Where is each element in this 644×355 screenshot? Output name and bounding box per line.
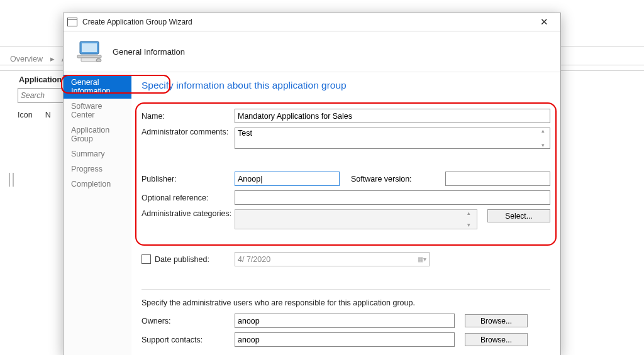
date-published-value: 4/ 7/2020 bbox=[238, 255, 270, 264]
name-label: Name: bbox=[142, 112, 235, 121]
breadcrumb-item[interactable]: Overview bbox=[8, 55, 45, 63]
column-header[interactable]: Icon bbox=[18, 111, 45, 119]
chevron-down-icon[interactable]: ▾ bbox=[467, 222, 475, 228]
chevron-up-icon[interactable]: ▴ bbox=[541, 128, 549, 134]
support-field[interactable] bbox=[235, 332, 455, 347]
chevron-up-icon[interactable]: ▴ bbox=[467, 210, 475, 216]
close-button[interactable]: ✕ bbox=[531, 14, 557, 30]
categories-field: ▴▾ bbox=[235, 209, 477, 229]
categories-label: Administrative categories: bbox=[142, 209, 235, 218]
panel-title: Application bbox=[19, 75, 62, 84]
header-title: General Information bbox=[113, 47, 185, 57]
divider bbox=[142, 289, 550, 290]
calendar-dropdown-icon[interactable]: ▦▾ bbox=[418, 256, 426, 263]
window-title: Create Application Group Wizard bbox=[82, 18, 531, 26]
publisher-field[interactable] bbox=[235, 172, 340, 186]
owners-browse-button[interactable]: Browse... bbox=[465, 314, 528, 327]
chevron-right-icon: ▸ bbox=[48, 55, 57, 63]
svg-rect-1 bbox=[82, 43, 97, 52]
column-headers: Icon N bbox=[18, 111, 64, 119]
window-icon bbox=[67, 18, 77, 26]
step-progress[interactable]: Progress bbox=[64, 161, 131, 177]
support-browse-button[interactable]: Browse... bbox=[465, 333, 528, 346]
chevron-down-icon[interactable]: ▾ bbox=[541, 143, 549, 148]
page-title: Specify information about this applicati… bbox=[142, 80, 550, 91]
column-header[interactable]: N bbox=[45, 111, 64, 119]
wizard-main: Specify information about this applicati… bbox=[131, 72, 560, 355]
wizard-header: General Information bbox=[64, 31, 560, 72]
date-published-label-group: Date published: bbox=[142, 254, 235, 264]
support-label: Support contacts: bbox=[142, 336, 235, 344]
svg-rect-2 bbox=[77, 55, 101, 58]
step-software-center[interactable]: Software Center bbox=[64, 99, 131, 123]
comments-label: Administrator comments: bbox=[142, 128, 235, 136]
step-application-group[interactable]: Application Group bbox=[64, 123, 131, 146]
search-input[interactable] bbox=[18, 88, 68, 103]
step-summary[interactable]: Summary bbox=[64, 146, 131, 161]
date-published-field[interactable]: 4/ 7/2020 ▦▾ bbox=[235, 252, 430, 266]
optional-reference-field[interactable] bbox=[235, 190, 550, 205]
publisher-label: Publisher: bbox=[142, 175, 235, 183]
optional-reference-label: Optional reference: bbox=[142, 194, 235, 202]
wizard-dialog: Create Application Group Wizard ✕ Genera… bbox=[63, 13, 561, 355]
date-published-label: Date published: bbox=[155, 255, 209, 264]
resize-handle[interactable] bbox=[9, 173, 14, 187]
name-field[interactable] bbox=[235, 109, 550, 123]
software-version-field[interactable] bbox=[445, 172, 550, 186]
owners-label: Owners: bbox=[142, 317, 235, 325]
computer-icon bbox=[74, 39, 105, 64]
select-button[interactable]: Select... bbox=[487, 209, 550, 222]
svg-point-4 bbox=[96, 59, 101, 62]
software-version-label: Software version: bbox=[340, 175, 445, 183]
scrollbar[interactable]: ▴▾ bbox=[467, 210, 475, 228]
wizard-steps: General Information Software Center Appl… bbox=[64, 72, 131, 355]
titlebar[interactable]: Create Application Group Wizard ✕ bbox=[64, 13, 560, 31]
scrollbar[interactable]: ▴▾ bbox=[541, 128, 549, 148]
svg-rect-3 bbox=[81, 58, 97, 62]
owners-hint: Specify the administrative users who are… bbox=[142, 298, 550, 307]
step-completion[interactable]: Completion bbox=[64, 177, 131, 192]
date-published-checkbox[interactable] bbox=[142, 254, 151, 264]
owners-field[interactable] bbox=[235, 314, 455, 328]
comments-field[interactable] bbox=[235, 128, 550, 149]
step-general-information[interactable]: General Information bbox=[64, 75, 131, 99]
